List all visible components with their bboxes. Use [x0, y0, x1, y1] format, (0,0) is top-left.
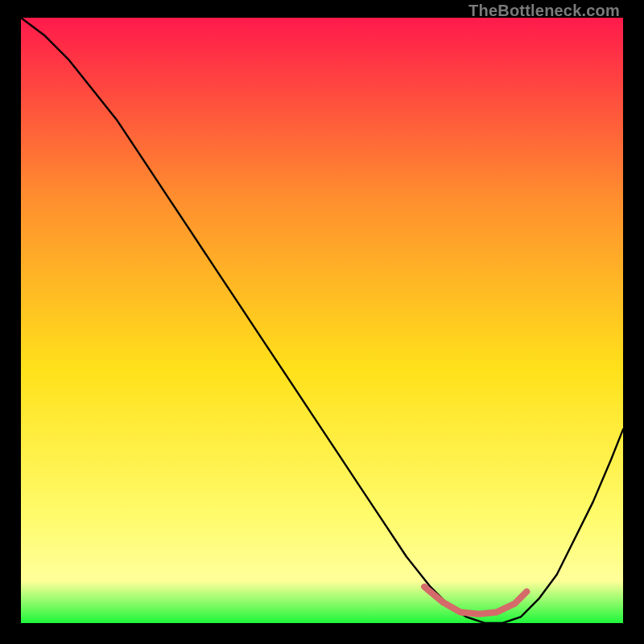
- bottleneck-chart: [21, 18, 623, 623]
- gradient-background: [21, 18, 623, 623]
- chart-frame: [21, 18, 623, 623]
